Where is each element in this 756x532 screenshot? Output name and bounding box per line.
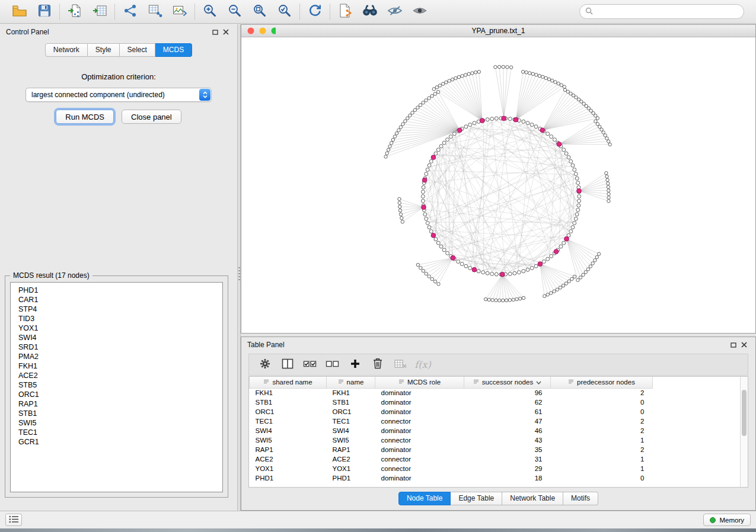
- col-header-mcds-role[interactable]: MCDS role: [375, 377, 464, 388]
- mcds-result-item[interactable]: SWI5: [18, 418, 222, 428]
- network-from-table-button[interactable]: [145, 4, 164, 20]
- mcds-result-item[interactable]: TEC1: [18, 428, 222, 437]
- columns-icon: [282, 358, 294, 371]
- table-row[interactable]: TEC1TEC1connector472: [250, 416, 741, 426]
- mcds-result-item[interactable]: TID3: [18, 314, 222, 323]
- apply-layout-button[interactable]: [305, 4, 324, 20]
- search-input[interactable]: [596, 8, 738, 16]
- zoom-selected-button[interactable]: [275, 4, 294, 20]
- network-titlebar[interactable]: YPA_prune.txt_1: [241, 25, 755, 37]
- criterion-select[interactable]: largest connected component (undirected): [25, 88, 212, 102]
- tab-motifs[interactable]: Motifs: [563, 492, 598, 505]
- hide-annotations-button[interactable]: [385, 4, 404, 20]
- mcds-result-item[interactable]: PMA2: [18, 352, 222, 361]
- tab-network[interactable]: Network: [45, 43, 88, 57]
- close-table-panel-icon[interactable]: [739, 340, 749, 350]
- col-header-shared-name[interactable]: shared name: [250, 377, 327, 388]
- tab-network-table[interactable]: Network Table: [502, 492, 563, 505]
- export-network-button[interactable]: [336, 4, 355, 20]
- show-panels-button[interactable]: [5, 514, 22, 526]
- table-cell: 29: [464, 464, 551, 473]
- new-network-button[interactable]: [120, 4, 139, 20]
- function-builder-button[interactable]: f(x): [412, 356, 434, 374]
- col-header-filler: [653, 377, 741, 388]
- tab-style[interactable]: Style: [88, 43, 120, 57]
- deselect-all-columns-button[interactable]: [321, 356, 344, 374]
- zoom-in-button[interactable]: [200, 4, 219, 20]
- zoom-in-icon: [202, 3, 218, 21]
- window-traffic-lights: [247, 27, 276, 36]
- import-network-from-file-button[interactable]: [65, 4, 84, 20]
- table-cell: connector: [375, 464, 464, 473]
- table-settings-button[interactable]: [254, 356, 276, 374]
- table-row[interactable]: RAP1RAP1dominator352: [250, 445, 741, 454]
- mcds-result-item[interactable]: FKH1: [18, 361, 222, 371]
- table-row[interactable]: STB1STB1dominator620: [250, 398, 741, 407]
- mcds-result-item[interactable]: RAP1: [18, 399, 222, 409]
- mcds-result-listbox[interactable]: PHD1CAR1STP4TID3YOX1SWI4SRD1PMA2FKH1ACE2…: [10, 282, 223, 492]
- mcds-result-item[interactable]: YOX1: [18, 323, 222, 333]
- mcds-result-item[interactable]: CAR1: [18, 295, 222, 305]
- toolbar-search-box[interactable]: [579, 4, 744, 19]
- tab-edge-table[interactable]: Edge Table: [451, 492, 502, 505]
- float-panel-icon[interactable]: [210, 27, 221, 37]
- zoom-out-button[interactable]: [225, 4, 244, 20]
- binoculars-icon: [362, 4, 378, 20]
- mcds-result-item[interactable]: PHD1: [18, 286, 222, 295]
- tab-mcds[interactable]: MCDS: [155, 43, 192, 57]
- mcds-result-item[interactable]: GCR1: [18, 437, 222, 447]
- mcds-result-item[interactable]: STB1: [18, 409, 222, 418]
- table-row[interactable]: SWI5SWI5connector431: [250, 435, 741, 445]
- image-export-icon: [172, 4, 187, 20]
- select-all-columns-button[interactable]: [299, 356, 321, 374]
- close-panel-button[interactable]: Close panel: [122, 110, 181, 124]
- close-panel-icon[interactable]: [221, 27, 231, 37]
- search-network-button[interactable]: [361, 4, 379, 20]
- memory-button[interactable]: Memory: [703, 514, 751, 526]
- table-scrollbar[interactable]: [740, 377, 748, 487]
- table-row[interactable]: PHD1PHD1dominator180: [250, 473, 741, 483]
- network-view-frame: YPA_prune.txt_1: [241, 24, 756, 334]
- table-row[interactable]: YOX1YOX1connector291: [250, 464, 741, 473]
- window-close-button[interactable]: [248, 28, 254, 34]
- import-table-from-file-button[interactable]: [90, 4, 109, 20]
- table-row[interactable]: SWI4SWI4dominator462: [250, 426, 741, 435]
- scrollbar-thumb[interactable]: [742, 390, 747, 436]
- table-cell: STB1: [250, 398, 327, 407]
- mcds-result-item[interactable]: ORC1: [18, 390, 222, 399]
- tab-node-table[interactable]: Node Table: [398, 492, 451, 505]
- control-panel-title: Control Panel: [6, 28, 49, 36]
- window-minimize-button[interactable]: [260, 28, 266, 34]
- mcds-result-item[interactable]: STP4: [18, 305, 222, 314]
- save-session-button[interactable]: [35, 4, 54, 20]
- table-cell: 1: [551, 464, 653, 473]
- show-columns-button[interactable]: [276, 356, 299, 374]
- table-cell: dominator: [375, 426, 464, 435]
- window-maximize-button[interactable]: [272, 28, 276, 34]
- desktop-wallpaper-strip: [0, 528, 756, 532]
- mcds-result-item[interactable]: SRD1: [18, 342, 222, 352]
- table-row[interactable]: ACE2ACE2connector311: [250, 454, 741, 464]
- add-column-button[interactable]: [344, 356, 366, 374]
- table-row[interactable]: ORC1ORC1dominator610: [250, 407, 741, 416]
- col-header-predecessor-nodes[interactable]: predecessor nodes: [551, 377, 653, 388]
- mcds-result-item[interactable]: SWI4: [18, 333, 222, 342]
- delete-table-button[interactable]: [389, 356, 412, 374]
- tab-select[interactable]: Select: [120, 43, 155, 57]
- show-graphics-details-button[interactable]: [410, 4, 429, 20]
- run-mcds-button[interactable]: Run MCDS: [56, 110, 114, 124]
- export-image-button[interactable]: [170, 4, 189, 20]
- table-row[interactable]: FKH1FKH1dominator962: [250, 388, 741, 398]
- table-cell: PHD1: [250, 473, 327, 483]
- col-header-successor-nodes[interactable]: successor nodes: [464, 377, 551, 388]
- open-file-button[interactable]: [10, 4, 29, 20]
- delete-column-button[interactable]: [366, 356, 389, 374]
- mcds-result-item[interactable]: ACE2: [18, 371, 222, 380]
- table-cell: connector: [375, 454, 464, 464]
- zoom-fit-button[interactable]: [250, 4, 269, 20]
- cytoscape-window: Control Panel Network Style Select MCDS …: [0, 0, 756, 532]
- float-table-panel-icon[interactable]: [728, 340, 739, 350]
- col-header-name[interactable]: name: [327, 377, 375, 388]
- mcds-result-item[interactable]: STB5: [18, 380, 222, 390]
- network-canvas[interactable]: [241, 38, 755, 333]
